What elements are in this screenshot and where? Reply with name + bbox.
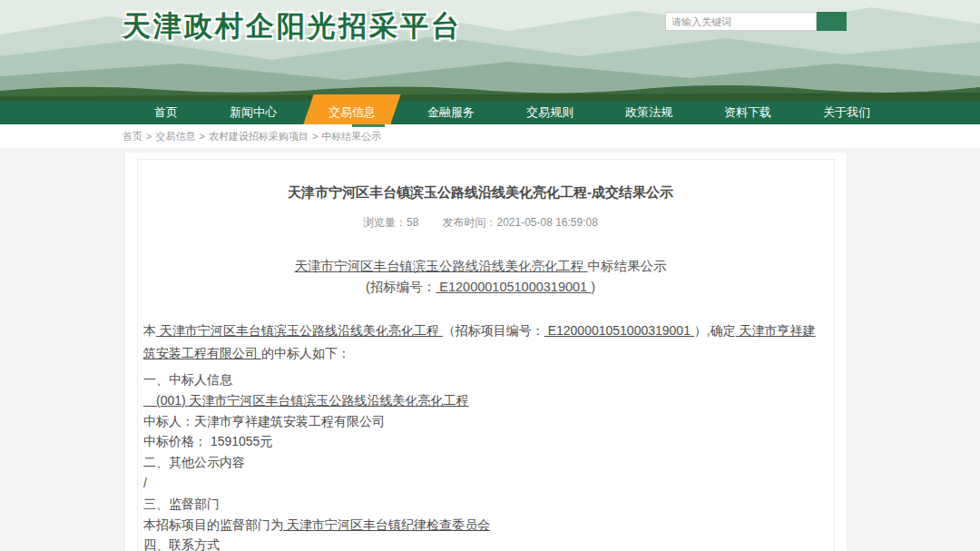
result-subtitle: 天津市宁河区丰台镇滨玉公路线沿线美化亮化工程 中标结果公示 xyxy=(143,256,818,277)
bid-number-line: (招标编号： E1200001051000319001 ) xyxy=(143,277,818,298)
views-label: 浏览量： xyxy=(363,216,407,229)
breadcrumb-rural-projects[interactable]: 农村建设招标采购项目 xyxy=(209,131,309,142)
content-inner-box: 天津市宁河区丰台镇滨玉公路线沿线美化亮化工程-成交结果公示 浏览量：58发布时间… xyxy=(137,159,835,551)
nav-item-home[interactable]: 首页 xyxy=(145,101,187,124)
breadcrumb-separator: > xyxy=(199,131,204,142)
page-body: 天津市宁河区丰台镇滨玉公路线沿线美化亮化工程-成交结果公示 浏览量：58发布时间… xyxy=(0,148,980,551)
site-title: 天津政村企阳光招采平台 xyxy=(122,7,462,45)
breadcrumb-separator: > xyxy=(312,131,318,142)
breadcrumb: 首页>交易信息>农村建设招标采购项目>中标结果公示 xyxy=(122,130,381,143)
bid-number-close: ) xyxy=(591,280,595,294)
nav-item-finance[interactable]: 金融服务 xyxy=(418,101,484,124)
article-meta: 浏览量：58发布时间：2021-05-08 16:59:08 xyxy=(143,215,818,231)
nav-item-trade-rules[interactable]: 交易规则 xyxy=(517,101,583,124)
supervisor-name: 天津市宁河区丰台镇纪律检查委员会 xyxy=(283,517,490,532)
main-nav: 首页 新闻中心 交易信息 金融服务 交易规则 政策法规 资料下载 关于我们 xyxy=(0,101,980,124)
nav-item-downloads[interactable]: 资料下载 xyxy=(715,101,780,124)
active-tab-accent xyxy=(352,124,385,127)
section2-body: / xyxy=(143,473,818,494)
intro-project-name: 天津市宁河区丰台镇滨玉公路线沿线美化亮化工程 xyxy=(156,323,443,338)
nav-item-news[interactable]: 新闻中心 xyxy=(220,101,286,124)
publish-time: 2021-05-08 16:59:08 xyxy=(496,216,597,229)
nav-item-trade-info-label: 交易信息 xyxy=(328,105,376,119)
section1-item: (001) 天津市宁河区丰台镇滨玉公路线沿线美化亮化工程 xyxy=(143,393,469,408)
nav-item-policy[interactable]: 政策法规 xyxy=(616,101,681,124)
supervisor-line: 本招标项目的监督部门为 天津市宁河区丰台镇纪律检查委员会 xyxy=(143,515,818,536)
section3-heading: 三、监督部门 xyxy=(143,494,818,515)
intro-prefix: 本 xyxy=(143,323,156,338)
bid-number: E1200001051000319001 xyxy=(436,280,591,294)
article-title: 天津市宁河区丰台镇滨玉公路线沿线美化亮化工程-成交结果公示 xyxy=(143,184,818,202)
intro-project-code: E1200001051000319001 xyxy=(544,323,694,338)
nav-item-trade-info[interactable]: 交易信息 xyxy=(319,101,385,124)
search-bar xyxy=(665,12,847,31)
breadcrumb-current-page[interactable]: 中标结果公示 xyxy=(321,131,381,142)
section4-heading: 四、联系方式 xyxy=(143,535,818,551)
publish-label: 发布时间： xyxy=(442,216,496,229)
subtitle-suffix: 中标结果公示 xyxy=(588,259,667,273)
views-count: 58 xyxy=(407,216,418,229)
top-banner: 天津政村企阳光招采平台 xyxy=(0,0,980,101)
content-card: 天津市宁河区丰台镇滨玉公路线沿线美化亮化工程-成交结果公示 浏览量：58发布时间… xyxy=(125,153,847,551)
breadcrumb-trade-info[interactable]: 交易信息 xyxy=(155,131,195,142)
price-line: 中标价格： 1591055元 xyxy=(143,431,818,452)
section2-heading: 二、其他公示内容 xyxy=(143,452,818,473)
nav-item-about[interactable]: 关于我们 xyxy=(814,101,879,124)
breadcrumb-separator: > xyxy=(146,131,152,142)
breadcrumb-home[interactable]: 首页 xyxy=(122,131,142,142)
intro-confirm-text: ）,确定 xyxy=(694,323,736,338)
intro-code-label: （招标项目编号： xyxy=(443,323,544,338)
breadcrumb-bar: 首页>交易信息>农村建设招标采购项目>中标结果公示 xyxy=(0,124,980,148)
section1-heading: 一、中标人信息 xyxy=(143,369,818,390)
winner-line: 中标人：天津市亨祥建筑安装工程有限公司 xyxy=(143,411,818,432)
search-button[interactable] xyxy=(817,12,847,31)
bid-number-label: (招标编号： xyxy=(366,280,436,294)
article-body: 一、中标人信息 (001) 天津市宁河区丰台镇滨玉公路线沿线美化亮化工程 中标人… xyxy=(143,369,818,551)
intro-suffix: 的中标人如下： xyxy=(261,346,350,360)
supervisor-prefix: 本招标项目的监督部门为 xyxy=(143,517,283,532)
intro-paragraph: 本 天津市宁河区丰台镇滨玉公路线沿线美化亮化工程 （招标项目编号： E12000… xyxy=(143,320,818,365)
subtitle-project-name: 天津市宁河区丰台镇滨玉公路线沿线美化亮化工程 xyxy=(294,259,587,273)
